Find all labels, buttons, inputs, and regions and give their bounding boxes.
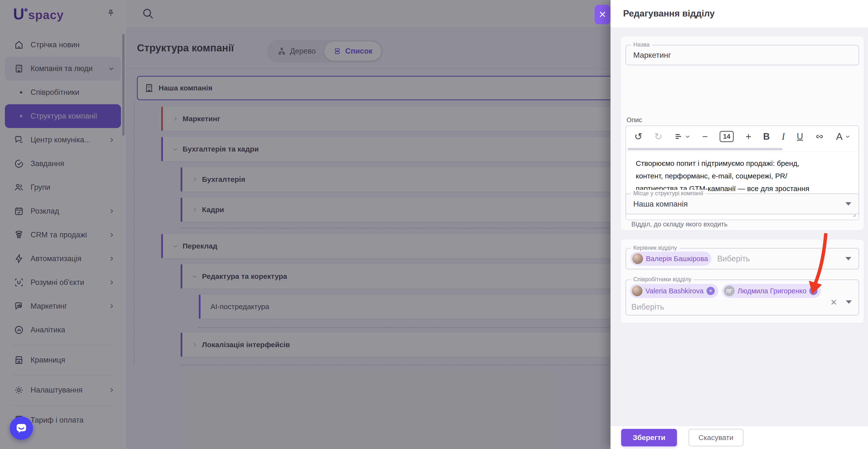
panel-title: Редагування відділу (623, 8, 715, 19)
chip-remove-icon[interactable]: ✕ (809, 287, 817, 295)
decrease-font-icon[interactable]: − (702, 132, 708, 141)
member-chip-name: Людмила Григоренко (738, 287, 806, 295)
department-people-card: Керівник відділу Валерія Башкірова Вибер… (621, 239, 864, 323)
department-info-card: Назва Маркетинг Опис ↺ ↻ − 14 + B I (621, 36, 864, 230)
align-icon[interactable] (674, 132, 690, 140)
close-panel-button[interactable]: ✕ (594, 5, 611, 24)
head-chip-name: Валерія Башкірова (646, 255, 708, 263)
head-select-label: Керівник відділу (631, 245, 679, 251)
member-chip-name: Valeria Bashkirova (645, 287, 704, 295)
bold-icon[interactable]: B (763, 132, 770, 141)
description-label: Опис (626, 116, 642, 124)
name-field-label: Назва (631, 41, 652, 48)
head-select-placeholder: Виберіть (717, 254, 750, 263)
edit-department-panel: Редагування відділу Назва Маркетинг Опис… (611, 0, 868, 449)
save-button[interactable]: Зберегти (621, 429, 677, 446)
redo-icon[interactable]: ↻ (654, 132, 662, 141)
parent-department-select[interactable]: Місце у структурі компанії Наша компанія (625, 193, 859, 214)
editor-toolbar: ↺ ↻ − 14 + B I U A (626, 126, 859, 147)
avatar (632, 253, 643, 264)
uspacy-app: U spacy Стрічка новин Компанія та люди С… (0, 0, 868, 449)
department-head-select[interactable]: Керівник відділу Валерія Башкірова Вибер… (625, 248, 859, 269)
member-chip[interactable]: Valeria Bashkirova ✕ (630, 284, 718, 298)
members-select-placeholder: Виберіть (631, 302, 664, 312)
italic-icon[interactable]: I (782, 132, 785, 141)
avatar (632, 286, 643, 296)
panel-footer: Зберегти Скасувати (611, 426, 868, 449)
select-caret-icon[interactable] (846, 300, 852, 304)
department-members-select[interactable]: Співробітники відділу Valeria Bashkirova… (625, 280, 859, 315)
avatar-initials: ЛГ (724, 286, 735, 296)
chip-remove-icon[interactable]: ✕ (707, 287, 715, 295)
undo-icon[interactable]: ↺ (634, 132, 643, 141)
chevron-down-icon (845, 134, 850, 139)
cancel-button[interactable]: Скасувати (689, 429, 743, 446)
parent-select-label: Місце у структурі компанії (631, 190, 706, 197)
name-field[interactable]: Назва Маркетинг (625, 45, 859, 65)
modal-backdrop[interactable] (0, 0, 611, 449)
chevron-down-icon (685, 134, 690, 139)
parent-select-helper: Відділ, до складу якого входить (631, 221, 727, 228)
select-caret-icon[interactable] (845, 202, 851, 205)
select-caret-icon[interactable] (845, 257, 851, 260)
text-color-icon[interactable]: A (836, 132, 850, 141)
name-field-value: Маркетинг (633, 51, 671, 60)
head-chip[interactable]: Валерія Башкірова (630, 252, 711, 266)
members-select-label: Співробітники відділу (631, 276, 694, 283)
panel-header: Редагування відділу (611, 0, 868, 27)
link-icon[interactable] (815, 132, 824, 141)
chat-launcher-button[interactable] (10, 417, 33, 440)
clear-selection-icon[interactable]: ✕ (830, 297, 837, 307)
member-chip[interactable]: ЛГ Людмила Григоренко ✕ (722, 284, 821, 298)
increase-font-icon[interactable]: + (746, 132, 751, 141)
member-chips: Valeria Bashkirova ✕ ЛГ Людмила Григорен… (626, 280, 859, 298)
font-size-value[interactable]: 14 (720, 131, 734, 142)
parent-select-value: Наша компанія (633, 199, 688, 209)
underline-icon[interactable]: U (797, 132, 803, 141)
toolbar-scrollbar[interactable] (627, 148, 783, 150)
